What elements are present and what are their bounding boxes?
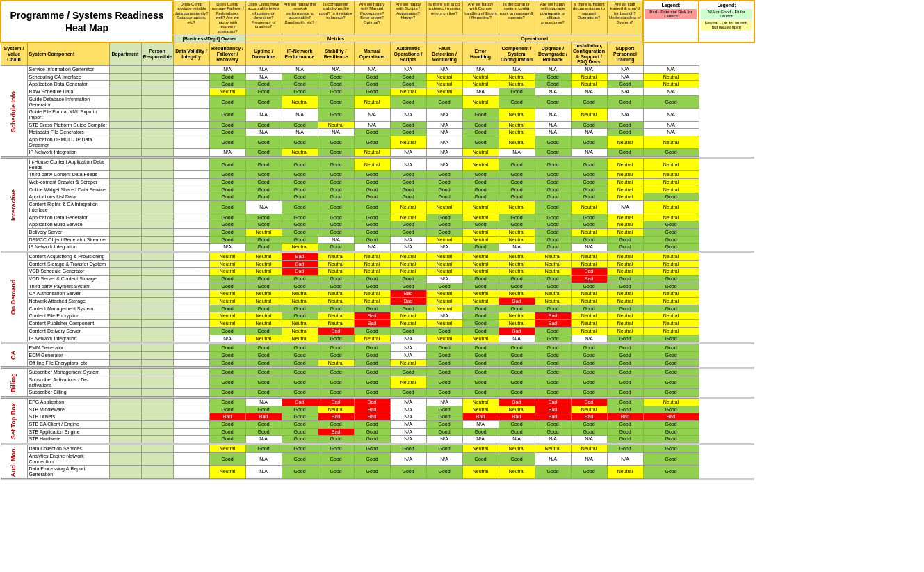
data-cell: Good [318,214,354,221]
row-legend2-spacer [754,399,924,443]
data-cell: N/A [390,413,426,421]
data-cell: Good [318,276,354,283]
data-cell: Good [499,159,535,171]
data-cell: N/A [535,452,571,465]
data-cell: Good [643,466,699,478]
data-cell: Bad [354,399,390,406]
person-cell [141,335,173,342]
component-name: Data Collection Services [27,445,109,453]
dept-cell [109,129,141,136]
data-cell: Good [535,95,571,108]
data-cell: Good [354,179,390,186]
data-cell: Bad [535,413,571,421]
component-name: Subscriber Management System [27,369,109,376]
data-cell: Neutral [643,260,699,268]
col-data-validity-header: Data Validity / Integrity [173,42,209,66]
data-cell: Good [571,179,607,186]
data-cell: Neutral [462,268,499,276]
data-cell: N/A [643,129,699,136]
data-cell: Neutral [245,253,282,260]
data-cell: Neutral [245,260,282,268]
data-cell: Neutral [462,253,499,260]
data-cell: Good [354,436,390,443]
data-cell: Good [245,351,282,359]
person-cell [141,305,173,312]
data-cell: N/A [209,335,245,342]
data-cell [173,129,209,136]
data-cell: Good [426,376,462,388]
data-cell: Good [462,121,499,129]
data-cell: Good [354,389,390,397]
data-cell: Neutral [607,221,643,229]
data-cell [173,179,209,186]
data-cell: N/A [426,121,462,129]
dept-cell [109,320,141,328]
dept-cell [109,236,141,244]
data-cell: Good [571,344,607,352]
component-name: EPG Application [27,399,109,406]
data-cell: Good [209,95,245,108]
data-cell: Good [571,171,607,179]
data-cell: Good [245,95,282,108]
data-cell: Neutral [426,305,462,312]
data-cell: Good [390,193,426,201]
data-cell: Neutral [318,253,354,260]
data-cell: Good [571,193,607,201]
data-cell: Good [499,179,535,186]
q2-header: Does Comp manage Failover / Redundancy w… [209,1,245,35]
component-name: Applications List Data [27,193,109,201]
row-legend1-spacer [699,369,754,397]
data-cell: Good [209,201,245,214]
data-cell: Bad [535,399,571,406]
data-cell: Good [318,436,354,443]
data-cell: Neutral [390,320,426,328]
data-cell: Good [643,244,699,251]
data-cell: Good [426,214,462,221]
data-cell: Good [607,399,643,406]
data-cell: Neutral [462,81,499,88]
data-cell: Neutral [209,312,245,320]
data-cell: Neutral [607,228,643,236]
data-cell: Bad [535,320,571,328]
data-cell: Bad [282,260,318,268]
data-cell: Bad [282,399,318,406]
data-cell: Good [209,129,245,136]
data-cell: Good [390,221,426,229]
data-cell [173,421,209,429]
data-cell: Neutral [426,88,462,96]
data-cell: Neutral [282,320,318,328]
data-cell: Good [571,214,607,221]
data-cell: Neutral [571,73,607,81]
data-cell: Good [390,228,426,236]
legend2: Legend: N/A or Good - Fit for Launch Neu… [699,1,754,42]
data-cell: Bad [535,406,571,413]
data-cell: Neutral [571,290,607,298]
data-cell: Good [245,344,282,352]
data-cell: Good [209,428,245,436]
dept-cell [109,179,141,186]
component-name: Application Build Service [27,221,109,229]
data-cell: Good [209,179,245,186]
person-cell [141,452,173,465]
data-cell: Neutral [643,312,699,320]
data-cell: Good [499,428,535,436]
person-cell [141,351,173,359]
data-cell: Good [607,369,643,376]
data-cell [173,228,209,236]
data-cell: Neutral [607,290,643,298]
col-system-header: System / Value Chain [1,42,27,66]
row-legend1-spacer [699,66,754,157]
data-cell: Good [607,445,643,453]
data-cell: Neutral [462,335,499,342]
person-cell [141,171,173,179]
dept-cell [109,268,141,276]
data-cell: Good [607,95,643,108]
data-cell: Neutral [354,159,390,171]
data-cell: Good [282,369,318,376]
data-cell: Good [245,121,282,129]
dept-cell [109,290,141,298]
data-cell: Good [499,221,535,229]
data-cell: N/A [499,335,535,342]
data-cell: Bad [462,413,499,421]
row-legend2-spacer [754,253,924,342]
